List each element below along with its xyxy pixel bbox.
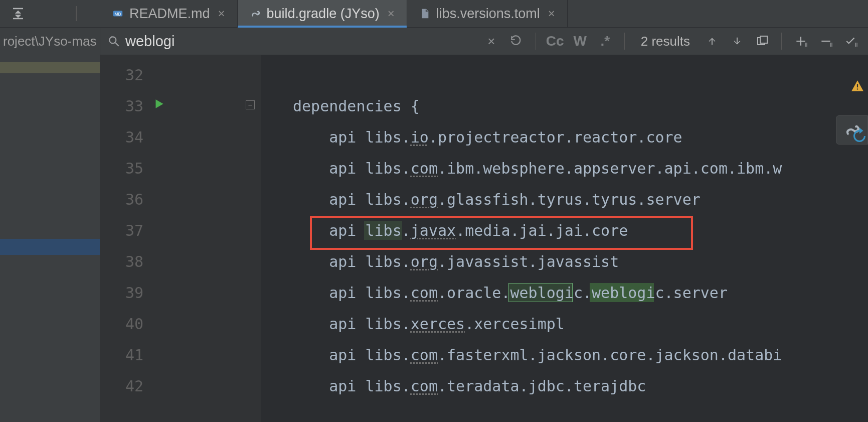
code-line[interactable]: api libs.com.fasterxml.jackson.core.jack… — [293, 346, 782, 364]
divider-icon — [75, 5, 77, 23]
tab-label: libs.versions.toml — [436, 6, 540, 22]
code-line[interactable]: api libs.com.ibm.websphere.appserver.api… — [293, 160, 782, 177]
prev-match-icon[interactable] — [702, 31, 722, 51]
svg-rect-5 — [760, 36, 767, 43]
top-toolbar: MD README.md × build.gradle (JYso) × lib… — [0, 0, 868, 28]
line-number: 36 — [100, 191, 143, 208]
run-gutter-icon[interactable] — [152, 97, 165, 112]
collapse-icon[interactable] — [9, 5, 27, 23]
code-line[interactable]: api libs.io.projectreactor.reactor.core — [293, 128, 682, 146]
project-sidebar[interactable] — [0, 55, 100, 422]
file-icon — [419, 8, 430, 19]
line-number: 42 — [100, 377, 143, 395]
left-tool-group — [0, 0, 100, 27]
line-number: 34 — [100, 128, 143, 146]
close-icon[interactable]: × — [218, 7, 225, 21]
tab-label: README.md — [129, 6, 210, 22]
line-number: 32 — [100, 66, 143, 84]
gear-icon[interactable] — [42, 5, 60, 23]
code-line[interactable]: api libs.com.teradata.jdbc.terajdbc — [293, 377, 646, 395]
match-case-toggle[interactable]: Cc — [545, 31, 565, 51]
whole-word-toggle[interactable]: W — [570, 31, 590, 51]
warning-icon[interactable] — [851, 79, 864, 94]
sidebar-highlight — [0, 62, 100, 73]
remove-selection-icon[interactable]: II — [816, 31, 836, 51]
find-bar: × Cc W .* 2 results II II — [100, 28, 868, 55]
search-input[interactable] — [125, 33, 326, 50]
line-number: 37 — [100, 222, 143, 239]
svg-text:MD: MD — [115, 12, 121, 17]
line-number: 38 — [100, 253, 143, 270]
line-number: 35 — [100, 160, 143, 177]
editor-gutter: 3233−343536373839404142 — [100, 55, 261, 422]
tab-build-gradle[interactable]: build.gradle (JYso) × — [238, 0, 407, 27]
code-editor[interactable]: 3233−343536373839404142 dependencies { a… — [100, 55, 868, 422]
tab-libs-versions[interactable]: libs.versions.toml × — [407, 0, 568, 27]
close-icon[interactable]: × — [388, 7, 395, 21]
editor-tabs: MD README.md × build.gradle (JYso) × lib… — [100, 0, 868, 27]
add-selection-icon[interactable]: II — [791, 31, 811, 51]
svg-text:II: II — [855, 42, 857, 48]
results-count: 2 results — [634, 34, 697, 49]
sidebar-selection — [0, 239, 100, 255]
svg-text:II: II — [805, 42, 807, 48]
regex-toggle[interactable]: .* — [595, 31, 615, 51]
close-icon[interactable]: × — [548, 7, 555, 21]
code-area[interactable]: dependencies { api libs.io.projectreacto… — [261, 55, 868, 422]
search-icon[interactable] — [107, 35, 120, 48]
breadcrumb-text: roject\JYso-mas — [3, 34, 96, 49]
svg-line-3 — [115, 43, 119, 46]
tab-label: build.gradle (JYso) — [267, 6, 380, 22]
gradle-icon — [250, 8, 261, 19]
markdown-icon: MD — [112, 8, 123, 19]
select-all-occurrences-icon[interactable]: II — [841, 31, 861, 51]
tab-readme[interactable]: MD README.md × — [100, 0, 238, 27]
gradle-sync-button[interactable] — [836, 115, 868, 145]
select-all-icon[interactable] — [752, 31, 772, 51]
line-number: 33 — [100, 97, 143, 115]
clear-icon[interactable]: × — [481, 31, 501, 51]
history-icon[interactable] — [506, 31, 527, 51]
code-line[interactable]: api libs.org.javassist.javassist — [293, 253, 619, 270]
code-line[interactable]: api libs.xerces.xercesimpl — [293, 315, 565, 333]
svg-text:II: II — [830, 42, 832, 48]
line-number: 41 — [100, 346, 143, 364]
code-line[interactable]: api libs.org.glassfish.tyrus.tyrus.serve… — [293, 191, 701, 208]
line-number: 39 — [100, 284, 143, 302]
code-line[interactable]: api libs.javax.media.jai.jai.core — [293, 222, 628, 239]
line-number: 40 — [100, 315, 143, 333]
code-line[interactable]: dependencies { — [293, 97, 420, 115]
breadcrumb: roject\JYso-mas — [0, 28, 100, 55]
code-line[interactable]: api libs.com.oracle.weblogic.weblogic.se… — [293, 284, 728, 302]
next-match-icon[interactable] — [727, 31, 747, 51]
svg-point-2 — [109, 37, 116, 43]
fold-icon[interactable]: − — [246, 100, 255, 109]
